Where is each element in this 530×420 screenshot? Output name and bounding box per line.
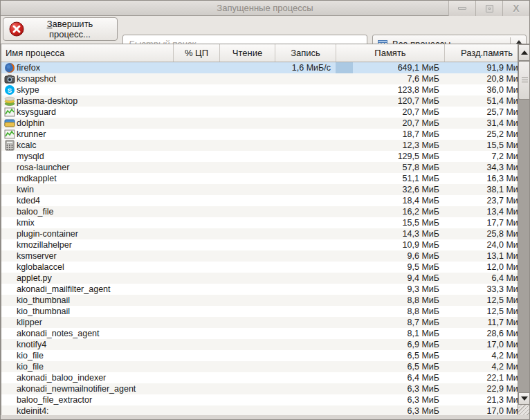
cell-process-name: Sskype <box>1 84 173 95</box>
table-row[interactable]: firefox1,6 МиБ/с649,1 МиБ91,9 МиБ <box>1 62 529 73</box>
table-row[interactable]: baloo_file_extractor6,3 МиБ21,3 МиБ <box>1 394 529 405</box>
table-row[interactable]: kwin32,6 МиБ38,1 МиБ <box>1 184 529 195</box>
process-name: kwin <box>17 184 34 195</box>
table-row[interactable]: klipper8,7 МиБ11,7 МиБ <box>1 317 529 328</box>
cell-write <box>275 140 336 151</box>
table-row[interactable]: kmozillahelper10,9 МиБ24,0 МиБ <box>1 239 529 250</box>
table-row[interactable]: applet.py9,4 МиБ6,4 МиБ <box>1 273 529 284</box>
process-name: krunner <box>17 129 46 140</box>
cell-write <box>275 317 336 328</box>
table-row[interactable]: Sskype123,8 МиБ36,0 МиБ <box>1 84 529 95</box>
cell-cpu <box>173 206 219 217</box>
cell-cpu <box>173 250 219 262</box>
column-header-4[interactable]: Память <box>336 44 444 62</box>
scroll-up-button[interactable] <box>518 44 530 61</box>
table-row[interactable]: mysqld129,5 МиБ7,2 МиБ <box>1 151 529 162</box>
cell-read <box>219 328 275 339</box>
cell-process-name: akonadi_mailfilter_agent <box>1 284 173 295</box>
kill-process-label: Завершить процесс... <box>28 19 111 39</box>
table-row[interactable]: kcalc12,3 МиБ15,5 МиБ <box>1 140 529 151</box>
column-header-5[interactable]: Разд.память <box>444 44 529 62</box>
scrollbar-thumb[interactable] <box>518 61 530 100</box>
cell-write <box>275 394 336 405</box>
table-row[interactable]: kglobalaccel9,5 МиБ12,0 МиБ <box>1 262 529 273</box>
cell-read <box>219 129 275 140</box>
skype-icon: S <box>1 84 17 95</box>
cell-shared: 33,3 МиБ <box>444 284 529 295</box>
cell-write: 1,6 МиБ/с <box>275 62 336 73</box>
window-resize-grip[interactable] <box>518 405 530 416</box>
table-row[interactable]: mdkapplet51,1 МиБ16,3 МиБ <box>1 173 529 184</box>
table-row[interactable]: kmix15,5 МиБ17,7 МиБ <box>1 217 529 228</box>
cell-memory: 10,9 МиБ <box>336 239 444 250</box>
kill-process-button[interactable]: Завершить процесс... <box>3 17 118 41</box>
table-row[interactable]: baloo_file16,2 МиБ13,4 МиБ <box>1 206 529 217</box>
table-row[interactable]: kio_thumbnail8,8 МиБ12,5 МиБ <box>1 295 529 306</box>
cell-read <box>219 239 275 250</box>
cell-cpu <box>173 306 219 317</box>
process-name: ksnapshot <box>17 73 56 84</box>
cell-process-name: kio_thumbnail <box>1 295 173 306</box>
cell-cpu <box>173 129 219 140</box>
table-row[interactable]: dolphin20,7 МиБ31,4 МиБ <box>1 118 529 129</box>
process-name: plugin-container <box>17 228 78 239</box>
process-name: kmozillahelper <box>17 239 72 250</box>
column-header-0[interactable]: Имя процесса <box>1 44 173 62</box>
column-header-1[interactable]: % ЦП <box>173 44 219 62</box>
cell-memory: 20,7 МиБ <box>336 118 444 129</box>
kcalc-icon <box>1 140 17 151</box>
process-name: kio_thumbnail <box>17 306 70 317</box>
vertical-scrollbar[interactable] <box>518 44 530 416</box>
cell-read <box>219 62 275 73</box>
cell-memory: 6,3 МиБ <box>336 383 444 394</box>
table-row[interactable]: ksysguard20,7 МиБ25,7 МиБ <box>1 107 529 118</box>
close-button[interactable]: X <box>502 1 529 16</box>
cell-cpu <box>173 151 219 162</box>
minimize-button[interactable] <box>448 1 475 16</box>
table-row[interactable]: rosa-launcher57,8 МиБ34,3 МиБ <box>1 162 529 173</box>
cell-read <box>219 107 275 118</box>
cell-cpu <box>173 173 219 184</box>
table-row[interactable]: kio_file6,5 МиБ4,2 МиБ <box>1 350 529 361</box>
cell-process-name: kio_thumbnail <box>1 306 173 317</box>
cell-write <box>275 95 336 107</box>
cell-process-name: akonadi_newmailnotifier_agent <box>1 383 173 394</box>
table-row[interactable]: krunner18,7 МиБ25,2 МиБ <box>1 129 529 140</box>
cell-memory: 120,7 МиБ <box>336 95 444 107</box>
firefox-icon <box>1 62 17 73</box>
table-row[interactable]: plasma-desktop120,7 МиБ51,4 МиБ <box>1 95 529 107</box>
scrollbar-track[interactable] <box>518 61 530 392</box>
table-row[interactable]: akonadi_newmailnotifier_agent6,3 МиБ22,9… <box>1 383 529 394</box>
cell-shared: 22,9 МиБ <box>444 383 529 394</box>
cell-memory: 8,7 МиБ <box>336 317 444 328</box>
process-name: kglobalaccel <box>17 262 64 273</box>
table-row[interactable]: ksnapshot7,6 МиБ20,8 МиБ <box>1 73 529 84</box>
process-name: mysqld <box>17 151 44 162</box>
titlebar[interactable]: Запущенные процессы X <box>1 1 529 16</box>
cell-process-name: ksysguard <box>1 107 173 118</box>
cell-cpu <box>173 228 219 239</box>
table-row[interactable]: akonadi_mailfilter_agent9,3 МиБ33,3 МиБ <box>1 284 529 295</box>
column-header-3[interactable]: Запись <box>275 44 336 62</box>
column-header-2[interactable]: Чтение <box>219 44 275 62</box>
table-row[interactable]: plugin-container14,3 МиБ25,8 МиБ <box>1 228 529 239</box>
cell-shared: 13,4 МиБ <box>444 206 529 217</box>
cell-shared: 25,8 МиБ <box>444 228 529 239</box>
table-row[interactable]: kio_file6,5 МиБ4,2 МиБ <box>1 361 529 372</box>
table-row[interactable]: akonadi_baloo_indexer6,4 МиБ22,1 МиБ <box>1 372 529 383</box>
cell-cpu <box>173 262 219 273</box>
process-name: kio_file <box>17 361 44 372</box>
cell-memory: 6,3 МиБ <box>336 394 444 405</box>
cell-write <box>275 195 336 206</box>
cell-cpu <box>173 107 219 118</box>
cell-cpu <box>173 62 219 73</box>
table-header: Имя процесса% ЦПЧтениеЗаписьПамятьРазд.п… <box>1 44 529 62</box>
table-row[interactable]: akonadi_notes_agent8,1 МиБ28,6 МиБ <box>1 328 529 339</box>
cell-cpu <box>173 383 219 394</box>
table-row[interactable]: ksmserver9,6 МиБ13,1 МиБ <box>1 250 529 262</box>
table-row[interactable]: kded418,4 МиБ23,7 МиБ <box>1 195 529 206</box>
scroll-down-button[interactable] <box>518 392 530 405</box>
table-row[interactable]: kio_thumbnail8,8 МиБ12,5 МиБ <box>1 306 529 317</box>
table-row[interactable]: knotify46,9 МиБ17,0 МиБ <box>1 339 529 350</box>
maximize-button[interactable] <box>475 1 502 16</box>
